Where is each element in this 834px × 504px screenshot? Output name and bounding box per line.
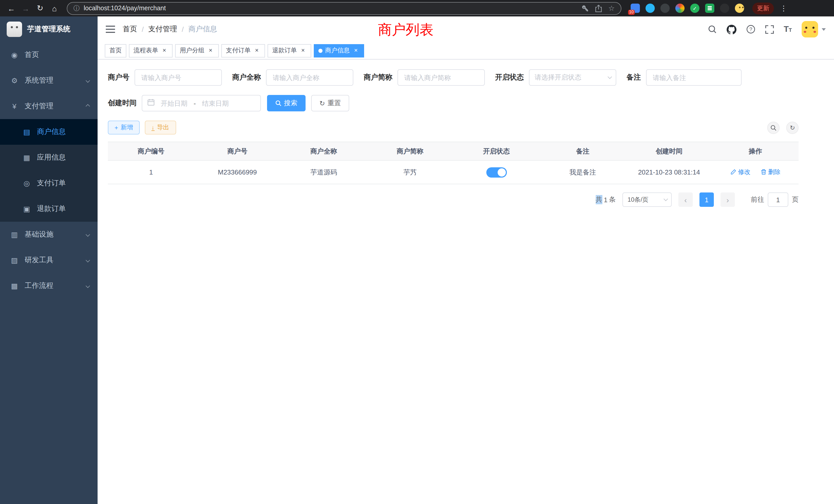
tab-user-group[interactable]: 用户分组 × xyxy=(175,44,219,57)
full-name-input[interactable] xyxy=(266,69,353,86)
tab-pay-order[interactable]: 支付订单 × xyxy=(221,44,265,57)
sidebar-item-label: 商户信息 xyxy=(37,127,66,137)
filter-row-1: 商户号 商户全称 商户简称 开启状态 请选择开启状态 xyxy=(108,69,798,86)
next-page-button[interactable]: › xyxy=(721,192,735,207)
date-range-picker[interactable]: - xyxy=(142,95,261,111)
sidebar-toggle-icon[interactable] xyxy=(106,26,115,33)
close-icon[interactable]: × xyxy=(253,47,260,54)
font-size-icon[interactable]: TT xyxy=(784,25,792,33)
sidebar-item-refund-order[interactable]: ▣ 退款订单 xyxy=(0,196,97,222)
sidebar-item-workflow[interactable]: ▩ 工作流程 xyxy=(0,273,97,299)
extension-icon[interactable]: ✓ xyxy=(690,4,699,13)
tab-label: 支付订单 xyxy=(226,46,250,55)
chevron-down-icon xyxy=(608,75,612,79)
breadcrumb-home[interactable]: 首页 xyxy=(123,25,137,34)
extension-icon[interactable] xyxy=(705,4,714,13)
page-size-select[interactable]: 10条/页 xyxy=(622,192,672,207)
trash-icon xyxy=(761,169,767,175)
field-label: 商户简称 xyxy=(364,73,392,82)
column-header: 商户号 xyxy=(194,142,280,160)
delete-link[interactable]: 删除 xyxy=(761,168,781,177)
chevron-down-icon xyxy=(663,197,668,201)
forward-icon[interactable]: → xyxy=(20,4,32,13)
search-icon[interactable] xyxy=(708,25,717,34)
extension-icon[interactable] xyxy=(660,4,670,13)
filter-short-name: 商户简称 xyxy=(364,69,485,86)
sidebar-item-merchant-info[interactable]: ▤ 商户信息 xyxy=(0,119,97,145)
home-icon[interactable]: ⌂ xyxy=(48,4,61,13)
extension-icon[interactable] xyxy=(735,4,744,13)
goto-page-input[interactable] xyxy=(768,192,788,207)
tab-merchant-info[interactable]: 商户信息 × xyxy=(314,44,364,57)
sidebar-item-home[interactable]: ◉ 首页 xyxy=(0,42,97,68)
fullscreen-icon[interactable] xyxy=(765,25,774,33)
extension-icon[interactable] xyxy=(720,4,729,13)
goto-prefix: 前往 xyxy=(751,195,764,204)
prev-page-button[interactable]: ‹ xyxy=(678,192,693,207)
user-menu[interactable] xyxy=(802,21,826,38)
page-annotation: 商户列表 xyxy=(378,21,434,39)
reset-button[interactable]: ↻ 重置 xyxy=(311,95,349,111)
sidebar-item-label: 基础设施 xyxy=(25,230,53,239)
merchant-no-input[interactable] xyxy=(135,69,222,86)
extension-icon[interactable] xyxy=(645,4,655,13)
edit-link[interactable]: 修改 xyxy=(730,168,750,177)
search-button[interactable]: 搜索 xyxy=(267,95,306,111)
close-icon[interactable]: × xyxy=(207,47,214,54)
back-icon[interactable]: ← xyxy=(5,4,18,13)
tab-refund-order[interactable]: 退款订单 × xyxy=(267,44,311,57)
short-name-input[interactable] xyxy=(397,69,485,86)
page-1-button[interactable]: 1 xyxy=(699,192,714,207)
extension-icon[interactable]: 10 xyxy=(631,4,640,13)
remark-input[interactable] xyxy=(646,69,742,86)
breadcrumb: 首页 / 支付管理 / 商户信息 xyxy=(123,25,217,34)
tab-process-form[interactable]: 流程表单 × xyxy=(129,44,173,57)
close-icon[interactable]: × xyxy=(300,47,307,54)
tab-home[interactable]: 首页 xyxy=(105,44,126,57)
active-tab-dot xyxy=(319,48,323,53)
extension-icon[interactable] xyxy=(675,4,684,13)
sidebar-item-payment[interactable]: ¥ 支付管理 xyxy=(0,93,97,119)
sidebar-item-infrastructure[interactable]: ▥ 基础设施 xyxy=(0,222,97,247)
github-icon[interactable] xyxy=(727,24,737,34)
refresh-table-button[interactable]: ↻ xyxy=(786,121,798,134)
start-date-input[interactable] xyxy=(158,99,191,107)
table-tools: ↻ xyxy=(767,121,798,134)
end-date-input[interactable] xyxy=(199,99,232,107)
close-icon[interactable]: × xyxy=(161,47,168,54)
pencil-icon xyxy=(730,169,737,175)
cell-actions: 修改 删除 xyxy=(712,160,798,184)
tab-label: 商户信息 xyxy=(325,46,350,55)
sidebar-item-system[interactable]: ⚙ 系统管理 xyxy=(0,68,97,93)
sidebar-item-app-info[interactable]: ▦ 应用信息 xyxy=(0,145,97,170)
cell-short-name: 芋艿 xyxy=(367,160,453,184)
close-icon[interactable]: × xyxy=(352,47,359,54)
bookmark-star-icon[interactable]: ☆ xyxy=(608,4,615,12)
sidebar-item-devtools[interactable]: ▨ 研发工具 xyxy=(0,247,97,273)
show-search-button[interactable] xyxy=(767,121,780,134)
chevron-down-icon xyxy=(86,78,90,83)
dashboard-icon: ◉ xyxy=(10,51,19,59)
tab-label: 首页 xyxy=(109,46,122,55)
status-select[interactable]: 请选择开启状态 xyxy=(529,69,616,86)
address-bar[interactable]: ⓘ localhost:1024/pay/merchant ☆ xyxy=(67,2,621,15)
total-suffix: 条 xyxy=(609,195,616,204)
browser-update-button[interactable]: 更新 xyxy=(752,2,774,14)
help-icon[interactable]: ? xyxy=(746,25,755,34)
breadcrumb-payment[interactable]: 支付管理 xyxy=(148,25,177,34)
merchant-icon: ▤ xyxy=(23,128,31,136)
search-icon xyxy=(275,100,281,106)
sidebar-item-pay-order[interactable]: ◎ 支付订单 xyxy=(0,170,97,196)
button-label: 重置 xyxy=(328,98,341,108)
status-toggle[interactable] xyxy=(486,167,507,177)
share-icon[interactable] xyxy=(595,4,602,12)
export-button[interactable]: ↓ 导出 xyxy=(145,121,176,135)
sidebar-item-label: 支付管理 xyxy=(25,101,53,111)
password-key-icon[interactable] xyxy=(581,4,589,12)
workflow-icon: ▩ xyxy=(10,282,19,290)
site-info-icon[interactable]: ⓘ xyxy=(73,4,80,13)
add-button[interactable]: + 新增 xyxy=(108,121,140,135)
browser-menu-icon[interactable]: ⋮ xyxy=(780,4,787,12)
app-logo[interactable]: 芋道管理系统 xyxy=(0,17,97,42)
reload-icon[interactable]: ↻ xyxy=(34,4,46,13)
